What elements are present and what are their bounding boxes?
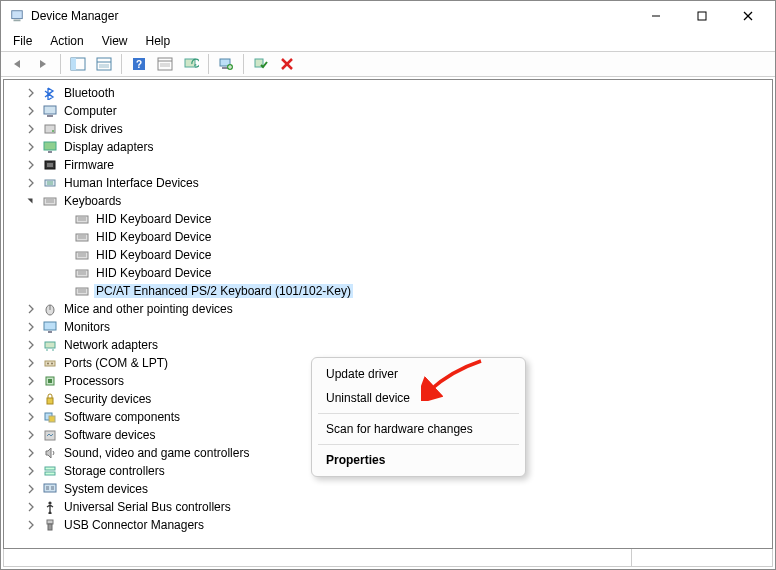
disk-icon [42,121,58,137]
expand-chevron-icon[interactable] [24,518,38,532]
toolbar-separator [243,54,244,74]
expand-chevron-icon[interactable] [24,446,38,460]
expand-chevron-icon[interactable] [24,86,38,100]
svg-rect-56 [44,322,56,330]
svg-rect-29 [44,142,56,150]
svg-rect-65 [48,379,52,383]
minimize-button[interactable] [633,1,679,31]
keyboard-icon [74,247,90,263]
expand-chevron-icon[interactable] [24,302,38,316]
tree-item[interactable]: Disk drives [4,120,772,138]
tree-item-label: Software components [62,410,182,424]
svg-point-62 [47,363,49,365]
tree-item[interactable]: Network adapters [4,336,772,354]
enable-device-button[interactable] [249,53,273,75]
svg-rect-25 [44,106,56,114]
svg-rect-78 [48,524,52,530]
tree-item-label: Software devices [62,428,157,442]
expand-chevron-icon[interactable] [24,392,38,406]
tree-item-label: Mice and other pointing devices [62,302,235,316]
tree-item[interactable]: PC/AT Enhanced PS/2 Keyboard (101/102-Ke… [4,282,772,300]
expand-chevron-icon[interactable] [24,176,38,190]
expand-chevron-icon[interactable] [24,158,38,172]
keyboard-icon [74,283,90,299]
menu-action[interactable]: Action [42,33,91,49]
firmware-icon [42,157,58,173]
back-button[interactable] [5,53,29,75]
network-icon [42,337,58,353]
expand-chevron-icon[interactable] [24,482,38,496]
svg-rect-0 [12,11,23,19]
tree-item-label: HID Keyboard Device [94,212,213,226]
properties-window-button[interactable] [92,53,116,75]
expand-chevron-icon[interactable] [24,320,38,334]
expand-chevron-icon[interactable] [24,338,38,352]
usb-icon [42,499,58,515]
app-icon [9,8,25,24]
context-menu-item[interactable]: Properties [312,448,525,472]
svg-rect-32 [47,163,53,167]
expand-chevron-icon[interactable] [24,356,38,370]
expand-chevron-icon[interactable] [24,500,38,514]
ports-icon [42,355,58,371]
svg-rect-61 [45,361,55,366]
tree-item-label: Computer [62,104,119,118]
context-menu-item[interactable]: Uninstall device [312,386,525,410]
show-hide-console-button[interactable] [66,53,90,75]
tree-item[interactable]: System devices [4,480,772,498]
swdev-icon [42,427,58,443]
context-menu-item[interactable]: Update driver [312,362,525,386]
tree-item[interactable]: HID Keyboard Device [4,210,772,228]
tree-item-label: PC/AT Enhanced PS/2 Keyboard (101/102-Ke… [94,284,353,298]
tree-item[interactable]: HID Keyboard Device [4,228,772,246]
menu-help[interactable]: Help [138,33,179,49]
tree-item[interactable]: Firmware [4,156,772,174]
close-button[interactable] [725,1,771,31]
tree-item[interactable]: Universal Serial Bus controllers [4,498,772,516]
expand-chevron-icon[interactable] [24,374,38,388]
help-button[interactable]: ? [127,53,151,75]
tree-item[interactable]: Keyboards [4,192,772,210]
menu-view[interactable]: View [94,33,136,49]
tree-item[interactable]: Display adapters [4,138,772,156]
properties-button[interactable] [153,53,177,75]
expand-chevron-icon[interactable] [24,122,38,136]
expand-chevron-icon[interactable] [24,194,38,208]
maximize-button[interactable] [679,1,725,31]
expand-chevron-icon[interactable] [24,464,38,478]
uninstall-device-button[interactable] [275,53,299,75]
mouse-icon [42,301,58,317]
context-menu-item[interactable]: Scan for hardware changes [312,417,525,441]
svg-point-63 [51,363,53,365]
scan-hardware-button[interactable] [179,53,203,75]
tree-item[interactable]: Mice and other pointing devices [4,300,772,318]
tree-item-label: USB Connector Managers [62,518,206,532]
tree-item[interactable]: Monitors [4,318,772,336]
device-tree[interactable]: BluetoothComputerDisk drivesDisplay adap… [3,79,773,549]
system-icon [42,481,58,497]
toolbar-separator [121,54,122,74]
tree-item-label: Human Interface Devices [62,176,201,190]
expand-chevron-icon[interactable] [24,428,38,442]
security-icon [42,391,58,407]
expand-chevron-icon[interactable] [24,104,38,118]
tree-item[interactable]: Computer [4,102,772,120]
keyboard-icon [74,265,90,281]
tree-item[interactable]: HID Keyboard Device [4,264,772,282]
expand-chevron-icon[interactable] [24,410,38,424]
svg-rect-8 [97,58,111,70]
tree-item[interactable]: Human Interface Devices [4,174,772,192]
window-title: Device Manager [31,9,633,23]
update-driver-button[interactable] [214,53,238,75]
svg-rect-33 [45,180,55,186]
cpu-icon [42,373,58,389]
keyboard-icon [74,229,90,245]
forward-button[interactable] [31,53,55,75]
tree-item[interactable]: USB Connector Managers [4,516,772,534]
tree-item[interactable]: HID Keyboard Device [4,246,772,264]
toolbar-separator [208,54,209,74]
tree-item[interactable]: Bluetooth [4,84,772,102]
svg-rect-70 [45,467,55,470]
expand-chevron-icon[interactable] [24,140,38,154]
menu-file[interactable]: File [5,33,40,49]
